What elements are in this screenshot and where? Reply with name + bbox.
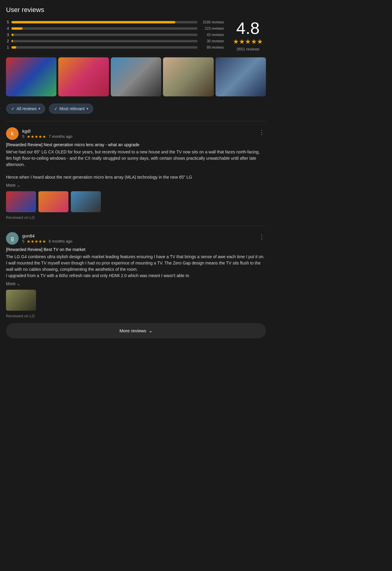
bar-row-4: 4 223 reviews [6,26,224,31]
filters-row: ✓ All reviews ▾ ✓ Most relevant ▾ [6,104,266,114]
review-kgdl-header: k kgdl 5 ★★★★★ 7 months ago ⋮ [6,127,266,140]
photo-thumb-3[interactable] [111,57,161,96]
most-relevant-arrow-icon: ▾ [86,107,88,111]
review-photos-row[interactable] [6,57,266,96]
bar-row-5: 5 3166 reviews [6,20,224,24]
bar-count-3: 43 reviews [200,33,224,37]
review-gun84-rating-row: 5 ★★★★★ 6 months ago [22,239,72,244]
bar-fill-2 [11,40,13,42]
bar-row-3: 3 43 reviews [6,32,224,37]
review-gun84-more-label: More [6,281,16,286]
review-kgdl-photos [6,191,266,212]
bar-count-5: 3166 reviews [200,20,224,24]
review-kgdl-reviewed-on: Reviewed on LG [6,215,266,220]
review-kgdl-score: 5 [22,134,24,139]
review-kgdl-rating-row: 5 ★★★★★ 7 months ago [22,134,72,139]
bar-fill-5 [11,21,175,23]
bar-label-2: 2 [6,39,9,43]
more-reviews-arrow-icon: ⌄ [149,328,152,334]
reviewer-gun84-info: g gun84 5 ★★★★★ 6 months ago [6,232,72,245]
page-title: User reviews [6,6,266,14]
review-kgdl-more[interactable]: More ⌄ [6,183,266,188]
reviewer-kgdl-info: k kgdl 5 ★★★★★ 7 months ago [6,127,72,140]
all-reviews-label: All reviews [17,106,37,111]
reviewer-kgdl-meta: kgdl 5 ★★★★★ 7 months ago [22,128,72,139]
bar-track-5[interactable] [11,21,198,23]
review-gun84-more[interactable]: More ⌄ [6,281,266,286]
review-gun84-title: [Rewarded Review] Best TV on the market [6,247,266,252]
photo-thumb-5[interactable] [216,57,266,96]
review-gun84-options-icon[interactable]: ⋮ [258,232,266,242]
overall-rating: 4.8 ★★★★★ 3551 reviews [230,20,266,51]
reviewer-kgdl-name: kgdl [22,128,72,134]
review-kgdl-options-icon[interactable]: ⋮ [258,127,266,137]
review-kgdl-time: 7 months ago [49,134,72,139]
bar-row-2: 2 30 reviews [6,39,224,43]
bar-track-3[interactable] [11,34,198,36]
photo-thumb-1[interactable] [6,57,56,96]
avatar-kgdl: k [6,127,19,140]
photo-thumb-2[interactable] [58,57,109,96]
review-kgdl-photo-2[interactable] [38,191,68,212]
divider-2 [6,226,266,226]
avatar-gun84: g [6,232,19,245]
most-relevant-filter[interactable]: ✓ Most relevant ▾ [49,104,93,114]
bar-track-2[interactable] [11,40,198,42]
bar-count-2: 30 reviews [200,39,224,43]
bar-track-4[interactable] [11,27,198,30]
more-reviews-button[interactable]: More reviews ⌄ [6,323,266,338]
review-gun84-stars: ★★★★★ [27,239,46,244]
overall-count: 3551 reviews [230,47,266,51]
bar-track-1[interactable] [11,46,198,49]
bar-fill-1 [11,46,16,49]
review-kgdl-more-icon: ⌄ [17,183,20,188]
review-gun84-header: g gun84 5 ★★★★★ 6 months ago ⋮ [6,232,266,245]
bar-fill-3 [11,34,14,36]
bar-label-4: 4 [6,26,9,31]
most-relevant-label: Most relevant [59,106,85,111]
all-reviews-arrow-icon: ▾ [38,107,40,111]
review-gun84-more-icon: ⌄ [17,281,20,286]
review-kgdl-stars: ★★★★★ [27,134,46,139]
photo-thumb-4[interactable] [163,57,213,96]
bar-count-4: 223 reviews [200,26,224,31]
review-kgdl: k kgdl 5 ★★★★★ 7 months ago ⋮ [Rewarded … [6,127,266,220]
rating-section: 5 3166 reviews 4 223 reviews 3 43 review… [6,20,266,51]
bar-label-5: 5 [6,20,9,24]
bar-count-1: 89 reviews [200,45,224,50]
bar-row-1: 1 89 reviews [6,45,224,50]
all-reviews-check-icon: ✓ [11,106,15,111]
review-gun84-reviewed-on: Reviewed on LG [6,314,266,318]
review-gun84-photos [6,290,266,311]
overall-stars: ★★★★★ [230,38,266,46]
more-reviews-label: More reviews [119,328,146,333]
reviewer-gun84-meta: gun84 5 ★★★★★ 6 months ago [22,233,72,244]
review-gun84-body: The LG G4 combines ultra stylish design … [6,254,266,279]
bar-label-1: 1 [6,45,9,50]
rating-bars: 5 3166 reviews 4 223 reviews 3 43 review… [6,20,224,51]
review-kgdl-title: [Rewarded Review] Next generation micro … [6,142,266,147]
review-kgdl-photo-3[interactable] [71,191,101,212]
review-kgdl-body: We've had our 65" LG CX OLED for four ye… [6,149,266,180]
divider-1 [6,121,266,121]
review-gun84-photo-1[interactable] [6,290,36,311]
review-gun84: g gun84 5 ★★★★★ 6 months ago ⋮ [Rewarded… [6,232,266,318]
review-gun84-time: 6 months ago [49,239,72,243]
review-gun84-score: 5 [22,239,24,243]
bar-fill-4 [11,27,23,30]
review-kgdl-more-label: More [6,183,16,188]
review-kgdl-photo-1[interactable] [6,191,36,212]
all-reviews-filter[interactable]: ✓ All reviews ▾ [6,104,45,114]
overall-score: 4.8 [230,20,266,37]
bar-label-3: 3 [6,32,9,37]
reviewer-gun84-name: gun84 [22,233,72,238]
most-relevant-check-icon: ✓ [54,106,58,111]
